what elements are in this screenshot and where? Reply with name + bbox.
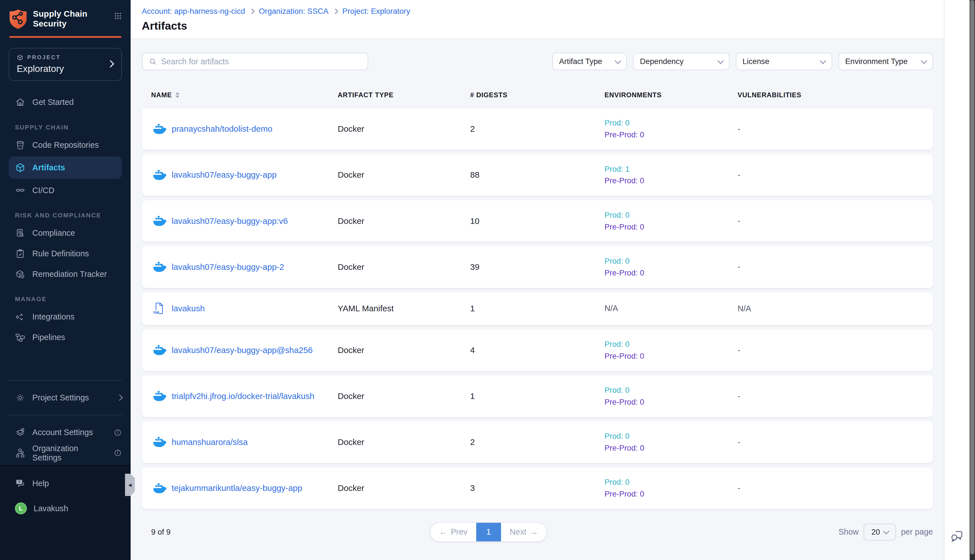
sidebar-item-label: Rule Definitions <box>32 249 89 258</box>
artifact-name-link[interactable]: trialpfv2hi.jfrog.io/docker-trial/lavaku… <box>172 392 314 401</box>
artifacts-table-body: YML pranaycshah/todolist-demo Docker 2 P… <box>142 108 933 509</box>
vulnerabilities-value: - <box>738 483 933 493</box>
project-name: Exploratory <box>17 63 114 74</box>
sidebar-item-label: Code Repositories <box>32 140 99 150</box>
environments-na-value: N/A <box>604 304 618 313</box>
sidebar-collapse-handle[interactable]: ◀ <box>125 474 135 496</box>
search-input[interactable] <box>161 57 361 66</box>
prod-env-link[interactable]: Prod: 1 <box>604 163 738 175</box>
artifact-name-link[interactable]: lavakush07/easy-buggy-app <box>172 170 277 180</box>
module-grid-icon[interactable] <box>114 11 122 21</box>
sidebar-item-code-repositories[interactable]: </>Code Repositories <box>0 135 130 155</box>
prod-env-link[interactable]: Prod: 0 <box>604 430 738 442</box>
svg-text:</>: </> <box>18 144 22 147</box>
preprod-env-link[interactable]: Pre-Prod: 0 <box>604 488 738 500</box>
product-title: Supply Chain Security <box>33 9 114 28</box>
sidebar-item-organization-settings[interactable]: Organization Settings <box>0 443 130 463</box>
environments-cell: N/A <box>604 303 738 314</box>
document-search-icon <box>15 228 25 238</box>
svg-text:YML: YML <box>153 311 160 315</box>
sidebar-item-get-started[interactable]: Get Started <box>0 92 130 113</box>
environments-cell: Prod: 0 Pre-Prod: 0 <box>604 255 738 279</box>
sidebar-item-account-settings[interactable]: Account Settings <box>0 422 130 443</box>
scrollbar-track[interactable] <box>970 0 975 560</box>
preprod-env-link[interactable]: Pre-Prod: 0 <box>604 442 738 454</box>
sidebar: Supply Chain Security PROJECT Explorator… <box>0 0 130 560</box>
artifact-name-link[interactable]: tejakummarikuntla/easy-buggy-app <box>172 483 302 493</box>
sidebar-item-label: CI/CD <box>32 186 55 195</box>
sidebar-item-pipelines[interactable]: Pipelines <box>0 327 130 348</box>
page-1-button[interactable]: 1 <box>476 523 501 542</box>
digest-count-value: 1 <box>470 304 604 313</box>
vulnerabilities-value: N/A <box>738 304 933 313</box>
sidebar-item-label: Project Settings <box>32 393 89 402</box>
chevron-right-icon <box>332 8 338 14</box>
artifact-name-link[interactable]: humanshuarora/slsa <box>172 437 248 447</box>
prod-env-link[interactable]: Prod: 0 <box>604 338 738 350</box>
prod-env-link[interactable]: Prod: 0 <box>604 476 738 488</box>
environment-type-filter[interactable]: Environment Type <box>838 53 933 70</box>
prod-env-link[interactable]: Prod: 0 <box>604 209 738 221</box>
help-button[interactable]: ? Help <box>0 474 130 493</box>
vulnerabilities-value: - <box>738 262 933 272</box>
sidebar-item-rule-definitions[interactable]: Rule Definitions <box>0 243 130 264</box>
preprod-env-link[interactable]: Pre-Prod: 0 <box>604 175 738 187</box>
digest-count-value: 1 <box>470 392 604 401</box>
artifact-name-link[interactable]: lavakush07/easy-buggy-app@sha256 <box>172 345 312 355</box>
table-row: YML lavakush07/easy-buggy-app@sha256 Doc… <box>142 329 933 371</box>
sidebar-item-artifacts[interactable]: Artifacts <box>9 157 122 179</box>
preprod-env-link[interactable]: Pre-Prod: 0 <box>604 350 738 362</box>
artifact-name-link[interactable]: lavakush <box>172 304 205 313</box>
digest-count-value: 3 <box>470 483 604 493</box>
home-icon <box>15 97 25 107</box>
artifact-name-link[interactable]: pranaycshah/todolist-demo <box>172 124 272 134</box>
prev-page-button[interactable]: ←Prev <box>430 523 476 542</box>
sidebar-item-project-settings[interactable]: Project Settings <box>0 387 130 408</box>
table-header: NAME ARTIFACT TYPE # DIGESTS ENVIRONMENT… <box>142 89 933 101</box>
preprod-env-link[interactable]: Pre-Prod: 0 <box>604 221 738 233</box>
environments-cell: Prod: 0 Pre-Prod: 0 <box>604 430 738 454</box>
artifact-name-link[interactable]: lavakush07/easy-buggy-app-2 <box>172 262 284 272</box>
license-filter[interactable]: License <box>736 53 832 70</box>
brand-header: Supply Chain Security <box>0 0 130 30</box>
project-selector[interactable]: PROJECT Exploratory <box>9 48 122 81</box>
sidebar-item-ci-cd[interactable]: CI/CD <box>0 180 130 201</box>
preprod-env-link[interactable]: Pre-Prod: 0 <box>604 267 738 279</box>
prod-env-link[interactable]: Prod: 0 <box>604 255 738 267</box>
cube-icon <box>17 54 23 61</box>
artifact-type-value: Docker <box>338 216 470 226</box>
docker-icon <box>153 390 166 402</box>
prod-env-link[interactable]: Prod: 0 <box>604 384 738 396</box>
main-area: Account: app-harness-ng-cicd Organizatio… <box>130 0 944 560</box>
prod-env-link[interactable]: Prod: 0 <box>604 117 738 129</box>
preprod-env-link[interactable]: Pre-Prod: 0 <box>604 129 738 141</box>
sidebar-item-compliance[interactable]: Compliance <box>0 223 130 243</box>
preprod-env-link[interactable]: Pre-Prod: 0 <box>604 396 738 408</box>
artifact-type-filter[interactable]: Artifact Type <box>553 53 627 70</box>
digest-count-value: 88 <box>470 170 604 180</box>
sidebar-item-label: Account Settings <box>32 428 93 437</box>
user-menu[interactable]: L Lavakush <box>0 499 130 518</box>
content: Artifact Type Dependency License Environ… <box>130 39 944 560</box>
sidebar-item-remediation-tracker[interactable]: Remediation Tracker <box>0 264 130 285</box>
artifact-type-value: Docker <box>338 170 470 180</box>
chevron-down-icon <box>717 58 724 64</box>
artifact-name-link[interactable]: lavakush07/easy-buggy-app:v6 <box>172 216 288 226</box>
page-header: Account: app-harness-ng-cicd Organizatio… <box>130 0 944 39</box>
page-size-select[interactable]: 20 <box>863 523 896 540</box>
breadcrumb: Account: app-harness-ng-cicd Organizatio… <box>142 7 933 16</box>
pager: ←Prev 1 Next→ <box>430 522 547 542</box>
table-row: YML lavakush07/easy-buggy-app:v6 Docker … <box>142 200 933 242</box>
nav-section-label: SUPPLY CHAIN <box>0 113 130 135</box>
breadcrumb-project-link[interactable]: Project: Exploratory <box>342 7 410 16</box>
breadcrumb-organization-link[interactable]: Organization: SSCA <box>259 7 329 16</box>
table-row: YML lavakush07/easy-buggy-app-2 Docker 3… <box>142 246 933 288</box>
support-chat-button[interactable] <box>950 529 964 543</box>
sort-toggle[interactable] <box>175 92 179 98</box>
scrollbar-thumb[interactable] <box>970 0 975 554</box>
avatar: L <box>15 502 27 514</box>
next-page-button[interactable]: Next→ <box>501 523 547 542</box>
sidebar-item-integrations[interactable]: Integrations <box>0 307 130 327</box>
breadcrumb-account-link[interactable]: Account: app-harness-ng-cicd <box>142 7 245 16</box>
dependency-filter[interactable]: Dependency <box>633 53 730 70</box>
